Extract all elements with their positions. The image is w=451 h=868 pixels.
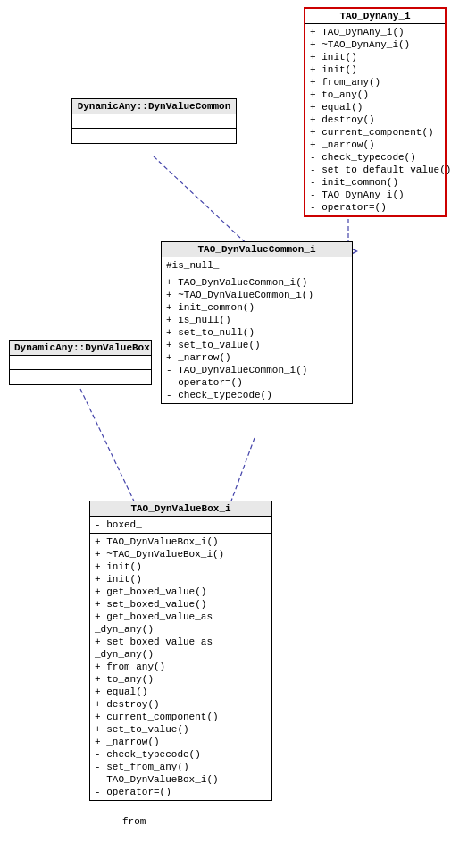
tao-dynvaluebox-i-fields: - boxed_ — [90, 517, 271, 534]
tao-dynany-i-methods: + TAO_DynAny_i() + ~TAO_DynAny_i() + ini… — [305, 24, 445, 215]
tao-dynvaluecommon-i-title: TAO_DynValueCommon_i — [162, 242, 352, 257]
tao-dynvaluecommon-i-fields: #is_null_ — [162, 257, 352, 274]
tao-dynvaluebox-i-box: TAO_DynValueBox_i - boxed_ + TAO_DynValu… — [89, 501, 272, 801]
from-label: from — [122, 816, 146, 827]
tao-dynany-i-box: TAO_DynAny_i + TAO_DynAny_i() + ~TAO_Dyn… — [304, 7, 447, 217]
svg-line-6 — [80, 389, 138, 510]
dynvaluecommon-section2 — [72, 129, 236, 143]
dynvaluecommon-section1 — [72, 114, 236, 129]
tao-dynvaluecommon-i-box: TAO_DynValueCommon_i #is_null_ + TAO_Dyn… — [161, 241, 353, 404]
dynvaluebox-section2 — [10, 370, 151, 384]
dynvaluebox-box: DynamicAny::DynValueBox — [9, 340, 152, 385]
dynvaluebox-section1 — [10, 356, 151, 370]
diagram-container: TAO_DynAny_i + TAO_DynAny_i() + ~TAO_Dyn… — [0, 0, 451, 868]
tao-dynvaluecommon-i-methods: + TAO_DynValueCommon_i() + ~TAO_DynValue… — [162, 274, 352, 403]
tao-dynany-i-title: TAO_DynAny_i — [305, 9, 445, 24]
tao-dynvaluebox-i-title: TAO_DynValueBox_i — [90, 501, 271, 517]
dynvaluebox-title: DynamicAny::DynValueBox — [10, 341, 151, 356]
svg-line-7 — [228, 438, 255, 510]
dynvaluecommon-box: DynamicAny::DynValueCommon — [71, 98, 237, 144]
dynvaluecommon-title: DynamicAny::DynValueCommon — [72, 99, 236, 114]
svg-line-4 — [154, 156, 255, 251]
tao-dynvaluebox-i-methods: + TAO_DynValueBox_i() + ~TAO_DynValueBox… — [90, 534, 271, 800]
